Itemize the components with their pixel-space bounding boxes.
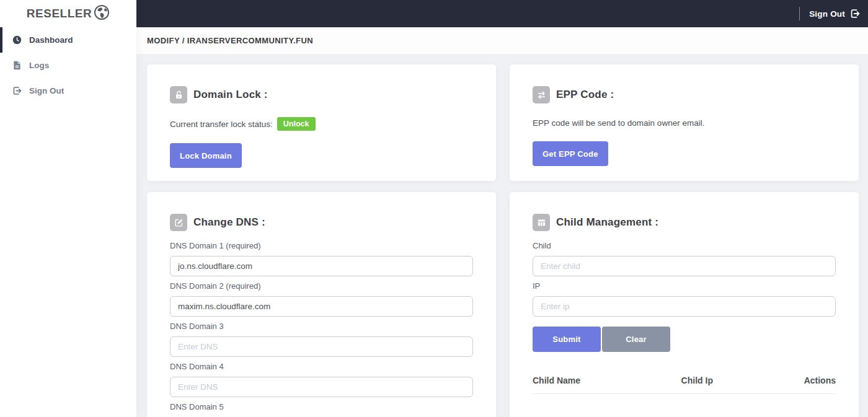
clear-button[interactable]: Clear xyxy=(602,327,670,352)
epp-note: EPP code will be send to domain owner em… xyxy=(533,118,836,128)
status-badge: Unlock xyxy=(277,117,316,131)
child-label: Child xyxy=(533,241,836,251)
lock-domain-button[interactable]: Lock Domain xyxy=(170,143,242,168)
breadcrumb-bar: MODIFY / IRANSERVERCOMMUNITY.FUN xyxy=(136,27,868,54)
child-input[interactable] xyxy=(533,256,836,276)
child-ip-header: Child Ip xyxy=(681,375,781,385)
domain-lock-card: Domain Lock : Current transfer lock stat… xyxy=(147,64,496,181)
child-name-header: Child Name xyxy=(533,375,681,385)
main-content: Domain Lock : Current transfer lock stat… xyxy=(136,54,868,417)
dns-domain-4-input[interactable] xyxy=(170,377,473,397)
globe-icon xyxy=(94,4,110,23)
dns-domain-5-group: DNS Domain 5 xyxy=(170,402,473,417)
sidebar: RESELLER Dashboard xyxy=(0,0,136,417)
get-epp-code-button[interactable]: Get EPP Code xyxy=(533,141,608,166)
domain-lock-header: Domain Lock : xyxy=(170,86,473,103)
sidebar-item-label: Logs xyxy=(29,61,49,70)
sign-out-icon xyxy=(12,86,22,95)
topbar-sign-out-label: Sign Out xyxy=(809,9,845,19)
dns-domain-2-group: DNS Domain 2 (required) xyxy=(170,281,473,317)
child-table: Child Name Child Ip Actions xyxy=(533,375,836,394)
change-dns-title: Change DNS : xyxy=(193,216,265,229)
epp-code-title: EPP Code : xyxy=(556,89,614,101)
dns-domain-4-label: DNS Domain 4 xyxy=(170,362,473,372)
epp-code-card: EPP Code : EPP code will be send to doma… xyxy=(510,64,859,181)
dns-domain-1-input[interactable] xyxy=(170,256,473,276)
actions-header: Actions xyxy=(781,375,836,385)
sidebar-nav: Dashboard Logs Sign Out xyxy=(0,27,136,103)
unlock-icon xyxy=(170,86,187,103)
child-management-header: Child Management : xyxy=(533,214,836,231)
dns-domain-2-label: DNS Domain 2 (required) xyxy=(170,281,473,291)
dns-domain-4-group: DNS Domain 4 xyxy=(170,362,473,397)
logo-text: RESELLER xyxy=(27,7,92,20)
child-management-card: Child Management : Child IP Submit Clear… xyxy=(510,192,859,417)
child-group: Child xyxy=(533,241,836,276)
transfer-lock-status-label: Current transfer lock status: xyxy=(170,120,273,129)
table-icon xyxy=(533,214,550,231)
child-table-header-row: Child Name Child Ip Actions xyxy=(533,375,836,394)
sidebar-item-sign-out[interactable]: Sign Out xyxy=(0,78,136,103)
clock-icon xyxy=(12,35,22,45)
epp-code-header: EPP Code : xyxy=(533,86,836,103)
ip-group: IP xyxy=(533,281,836,317)
transfer-lock-status: Current transfer lock status: Unlock xyxy=(170,117,473,131)
sidebar-item-logs[interactable]: Logs xyxy=(0,53,136,78)
change-dns-header: Change DNS : xyxy=(170,214,473,231)
submit-button[interactable]: Submit xyxy=(533,327,601,352)
breadcrumb: MODIFY / IRANSERVERCOMMUNITY.FUN xyxy=(147,36,313,45)
edit-icon xyxy=(170,214,187,231)
domain-lock-title: Domain Lock : xyxy=(193,89,268,101)
dns-domain-1-group: DNS Domain 1 (required) xyxy=(170,241,473,276)
sidebar-item-dashboard[interactable]: Dashboard xyxy=(0,27,136,53)
child-management-title: Child Management : xyxy=(556,216,658,229)
ip-input[interactable] xyxy=(533,296,836,317)
dns-domain-1-label: DNS Domain 1 (required) xyxy=(170,241,473,251)
change-dns-card: Change DNS : DNS Domain 1 (required) DNS… xyxy=(147,192,496,417)
dns-domain-3-group: DNS Domain 3 xyxy=(170,322,473,357)
sidebar-item-label: Dashboard xyxy=(29,35,73,45)
file-icon xyxy=(12,61,22,70)
dns-domain-3-label: DNS Domain 3 xyxy=(170,322,473,331)
topbar: Sign Out xyxy=(136,0,868,27)
sidebar-item-label: Sign Out xyxy=(29,86,64,95)
child-buttons-row: Submit Clear xyxy=(533,327,836,352)
ip-label: IP xyxy=(533,281,836,291)
dns-domain-3-input[interactable] xyxy=(170,336,473,357)
sign-out-icon xyxy=(850,9,860,19)
dns-domain-5-label: DNS Domain 5 xyxy=(170,402,473,412)
transfer-arrows-icon xyxy=(533,86,550,103)
topbar-divider xyxy=(799,7,800,20)
dns-domain-2-input[interactable] xyxy=(170,296,473,317)
logo[interactable]: RESELLER xyxy=(0,0,136,27)
topbar-sign-out-link[interactable]: Sign Out xyxy=(809,9,860,19)
